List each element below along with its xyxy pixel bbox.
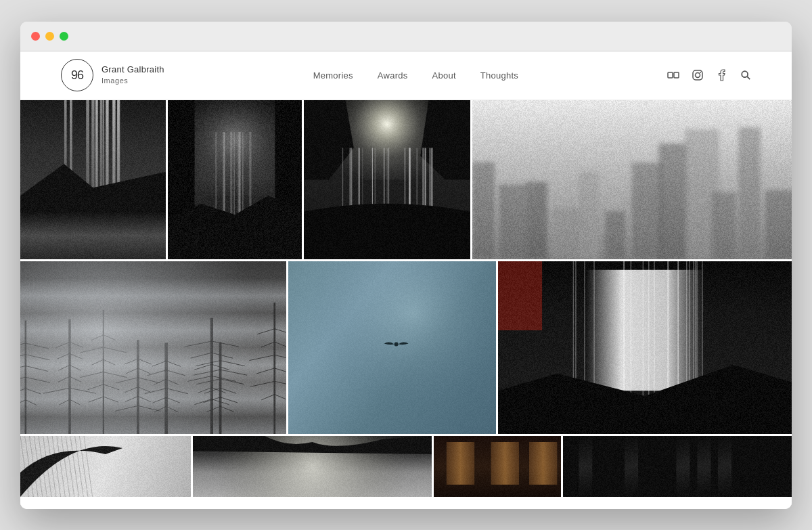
photo-r1c1[interactable] [20,100,166,259]
nav-awards[interactable]: Awards [378,70,408,81]
browser-content: 96 Grant Galbraith Images Memories Award… [20,51,792,509]
maximize-button[interactable] [60,32,68,41]
photo-grid [20,100,792,509]
svg-line-6 [747,76,750,79]
svg-point-5 [742,71,748,77]
nav-memories[interactable]: Memories [313,70,353,81]
photo-r1c3[interactable] [304,100,470,259]
minimize-button[interactable] [45,32,54,41]
grid-row-1 [20,100,792,259]
browser-chrome [20,22,792,51]
grid-row-2 [20,261,792,434]
photo-r2c1[interactable] [20,261,286,434]
logo-area[interactable]: 96 Grant Galbraith Images [61,59,164,91]
site-header: 96 Grant Galbraith Images Memories Award… [20,51,792,100]
photo-r1c4[interactable] [472,100,792,259]
traffic-lights [31,32,68,41]
nav-about[interactable]: About [432,70,456,81]
photo-r3c3[interactable] [434,436,561,497]
svg-rect-2 [693,70,702,80]
social-icons [667,69,751,81]
photo-r3c2[interactable] [193,436,432,497]
search-icon[interactable] [740,70,751,81]
close-button[interactable] [31,32,40,41]
browser-window: 96 Grant Galbraith Images Memories Award… [20,22,792,509]
grid-row-3 [20,436,792,497]
nav-thoughts[interactable]: Thoughts [480,70,518,81]
svg-rect-0 [668,72,673,78]
logo-symbol: 96 [61,59,93,91]
photo-r3c4[interactable] [563,436,792,497]
photo-r1c2[interactable] [168,100,302,259]
logo-sub: Images [102,76,164,85]
photo-r2c2[interactable] [288,261,496,434]
svg-rect-1 [674,72,679,78]
flickr-icon[interactable] [667,69,679,81]
facebook-icon[interactable] [716,69,728,81]
logo-text: Grant Galbraith Images [102,64,164,85]
svg-point-3 [696,73,700,78]
photo-r3c1[interactable] [20,436,191,497]
svg-point-4 [700,72,701,73]
photo-r2c3[interactable] [498,261,792,434]
instagram-icon[interactable] [692,69,704,81]
main-nav: Memories Awards About Thoughts [164,70,667,81]
logo-name: Grant Galbraith [102,64,164,76]
